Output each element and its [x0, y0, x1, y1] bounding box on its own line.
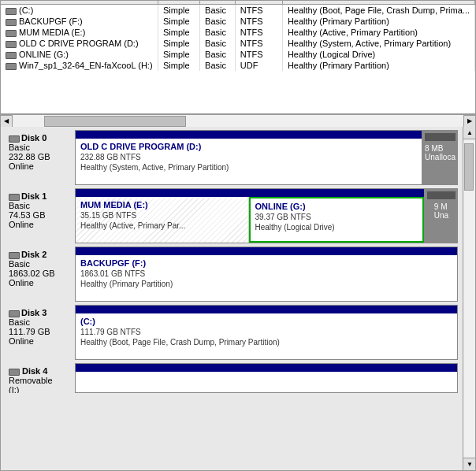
cell-fs: NTFS — [235, 49, 282, 60]
cell-status: Healthy (Primary Partition) — [282, 60, 474, 71]
disk1-top-bar — [76, 189, 424, 197]
partition-health-0: Healthy (Active, Primary Par... — [80, 221, 244, 230]
disk1-size: 74.53 GB — [9, 210, 70, 220]
partition-size-0: 35.15 GB NTFS — [80, 211, 244, 220]
cell-status: Healthy (Active, Primary Partition) — [282, 27, 474, 38]
disk1-unalloc-text: 9 M Una — [434, 202, 448, 220]
disk2-top-bar — [76, 247, 457, 255]
cell-layout: Simple — [158, 38, 200, 49]
partition-size-0: 1863.01 GB NTFS — [80, 269, 452, 278]
disk3-type: Basic — [9, 317, 70, 327]
horizontal-scrollbar[interactable]: ◀ ▶ — [0, 114, 476, 127]
scroll-thumb[interactable] — [44, 116, 186, 127]
cell-fs: NTFS — [235, 27, 282, 38]
cell-status: Healthy (Boot, Page File, Crash Dump, Pr… — [282, 5, 474, 17]
disk0-partition-0[interactable]: OLD C DRIVE PROGRAM (D:) 232.88 GB NTFS … — [76, 139, 422, 184]
cell-fs: NTFS — [235, 5, 282, 17]
vscroll-thumb[interactable] — [464, 143, 474, 191]
disk3-label: Disk 3 Basic 111.79 GB Online — [4, 305, 75, 360]
vertical-scrollbar[interactable]: ▲ ▼ — [463, 127, 475, 470]
cell-layout: Simple — [158, 16, 200, 27]
disk2-content: BACKUPGF (F:) 1863.01 GB NTFS Healthy (P… — [75, 247, 458, 302]
disk1-partition-1[interactable]: ONLINE (G:) 39.37 GB NTFS Healthy (Logic… — [249, 197, 425, 243]
scroll-right-button[interactable]: ▶ — [463, 115, 476, 128]
disk0-partitions: OLD C DRIVE PROGRAM (D:) 232.88 GB NTFS … — [76, 139, 422, 184]
cell-type: Basic — [200, 60, 236, 71]
disk2-status: Online — [9, 278, 70, 287]
cell-layout: Simple — [158, 27, 200, 38]
disk4-content — [75, 363, 458, 393]
vscroll-track[interactable] — [463, 139, 475, 458]
cell-type: Basic — [200, 5, 236, 17]
disk4-size: (I:) — [9, 385, 70, 393]
disk0-top-bar — [76, 131, 422, 139]
volume-table[interactable]: (C:) Simple Basic NTFS Healthy (Boot, Pa… — [0, 0, 476, 114]
disk1-content: MUM MEDIA (E:) 35.15 GB NTFS Healthy (Ac… — [75, 188, 425, 243]
cell-layout: Simple — [158, 60, 200, 71]
disk1-unalloc-bar — [427, 191, 456, 199]
top-table-container: (C:) Simple Basic NTFS Healthy (Boot, Pa… — [0, 0, 476, 127]
scroll-left-button[interactable]: ◀ — [0, 115, 13, 128]
cell-volume: Win7_sp1_32-64_EN-faXcooL (H:) — [1, 60, 158, 71]
disk0-type: Basic — [9, 143, 70, 152]
partition-health-0: Healthy (Boot, Page File, Crash Dump, Pr… — [80, 338, 452, 347]
disk0-label: Disk 0 Basic 232.88 GB Online — [4, 130, 75, 185]
disk1-row: Disk 1 Basic 74.53 GB Online MUM MEDIA (… — [4, 188, 458, 243]
cell-status: Healthy (System, Active, Primary Partiti… — [282, 38, 474, 49]
table-row[interactable]: BACKUPGF (F:) Simple Basic NTFS Healthy … — [1, 16, 475, 27]
table-row[interactable]: (C:) Simple Basic NTFS Healthy (Boot, Pa… — [1, 5, 475, 17]
partition-name-0: (C:) — [80, 317, 452, 326]
partition-name-0: OLD C DRIVE PROGRAM (D:) — [80, 142, 417, 151]
cell-type: Basic — [200, 49, 236, 60]
partition-health-0: Healthy (Primary Partition) — [80, 280, 452, 288]
table-row[interactable]: ONLINE (G:) Simple Basic NTFS Healthy (L… — [1, 49, 475, 60]
cell-fs: NTFS — [235, 38, 282, 49]
disk0-status: Online — [9, 161, 70, 171]
disk3-partitions: (C:) 111.79 GB NTFS Healthy (Boot, Page … — [76, 313, 457, 359]
cell-status: Healthy (Primary Partition) — [282, 16, 474, 27]
disk0-unalloc-bar — [425, 133, 456, 141]
partition-health-1: Healthy (Logical Drive) — [255, 223, 418, 232]
table-row[interactable]: MUM MEDIA (E:) Simple Basic NTFS Healthy… — [1, 27, 475, 38]
scroll-track[interactable] — [13, 115, 463, 128]
disk3-partition-0[interactable]: (C:) 111.79 GB NTFS Healthy (Boot, Page … — [76, 313, 457, 359]
disk3-size: 111.79 GB — [9, 327, 70, 336]
disk1-partitions: MUM MEDIA (E:) 35.15 GB NTFS Healthy (Ac… — [76, 197, 424, 243]
cell-layout: Simple — [158, 49, 200, 60]
cell-fs: NTFS — [235, 16, 282, 27]
disk-area: Disk 0 Basic 232.88 GB Online OLD C DRIV… — [0, 127, 476, 471]
table-body: (C:) Simple Basic NTFS Healthy (Boot, Pa… — [1, 5, 475, 72]
disk0-content: OLD C DRIVE PROGRAM (D:) 232.88 GB NTFS … — [75, 130, 422, 185]
scroll-down-button[interactable]: ▼ — [463, 458, 476, 470]
disk0-unalloc: 8 MB Unalloca — [422, 130, 458, 185]
partition-size-0: 232.88 GB NTFS — [80, 153, 417, 161]
disk0-row: Disk 0 Basic 232.88 GB Online OLD C DRIV… — [4, 130, 458, 185]
cell-volume: (C:) — [1, 5, 158, 17]
disk1-status: Online — [9, 220, 70, 229]
cell-type: Basic — [200, 16, 236, 27]
cell-layout: Simple — [158, 5, 200, 17]
disk2-size: 1863.02 GB — [9, 269, 70, 278]
partition-health-0: Healthy (System, Active, Primary Partiti… — [80, 163, 417, 172]
cell-volume: ONLINE (G:) — [1, 49, 158, 60]
disk3-name: Disk 3 — [9, 308, 70, 317]
table-row[interactable]: OLD C DRIVE PROGRAM (D:) Simple Basic NT… — [1, 38, 475, 49]
disk3-status: Online — [9, 336, 70, 346]
partition-name-1: ONLINE (G:) — [255, 202, 418, 211]
disk1-name: Disk 1 — [9, 191, 70, 201]
disk1-partition-0[interactable]: MUM MEDIA (E:) 35.15 GB NTFS Healthy (Ac… — [76, 197, 249, 243]
partition-size-0: 111.79 GB NTFS — [80, 328, 452, 336]
disk4-bar — [76, 364, 457, 372]
scroll-up-button[interactable]: ▲ — [463, 127, 476, 139]
disk3-content: (C:) 111.79 GB NTFS Healthy (Boot, Page … — [75, 305, 458, 360]
table-row[interactable]: Win7_sp1_32-64_EN-faXcooL (H:) Simple Ba… — [1, 60, 475, 71]
disk4-row: Disk 4 Removable (I:) — [4, 363, 458, 393]
disk2-partition-0[interactable]: BACKUPGF (F:) 1863.01 GB NTFS Healthy (P… — [76, 255, 457, 301]
disk2-partitions: BACKUPGF (F:) 1863.01 GB NTFS Healthy (P… — [76, 255, 457, 301]
disk4-name: Disk 4 — [9, 366, 70, 376]
cell-fs: UDF — [235, 60, 282, 71]
cell-volume: BACKUPGF (F:) — [1, 16, 158, 27]
disk4-type: Removable — [9, 376, 70, 385]
partition-name-0: BACKUPGF (F:) — [80, 258, 452, 268]
disk0-unalloc-text: 8 MB Unalloca — [425, 144, 456, 161]
